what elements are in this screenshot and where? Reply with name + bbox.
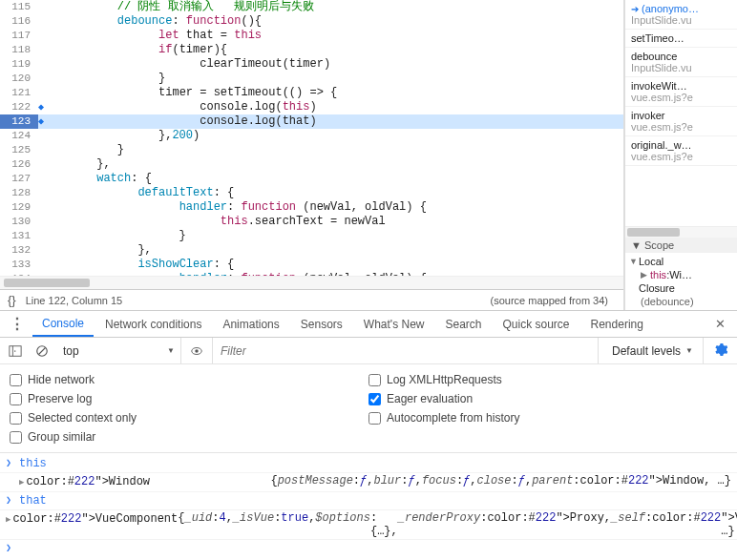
drawer-tab-quick-source[interactable]: Quick source: [494, 313, 579, 336]
checkbox-group-similar[interactable]: Group similar: [10, 427, 368, 446]
console-output[interactable]: ❯this ▶color:#222">Window {postMessage: …: [0, 453, 737, 560]
callstack-item[interactable]: invokervue.esm.js?e: [625, 107, 737, 136]
console-prompt[interactable]: ❯: [0, 540, 737, 557]
drawer-tab-search[interactable]: Search: [435, 313, 491, 336]
callstack-item[interactable]: ➔(anonymo…InputSlide.vu: [625, 0, 737, 30]
console-output-line[interactable]: ▶color:#222">VueComponent {_uid: 4, _isV…: [0, 510, 737, 540]
code-area[interactable]: 115 // 阴性 取消输入 规则明后与失败116 debounce: func…: [0, 0, 623, 276]
callstack-item[interactable]: setTimeo…: [625, 30, 737, 48]
code-line[interactable]: 132 },: [0, 243, 623, 258]
drawer-tabs: ⋮ ConsoleNetwork conditionsAnimationsSen…: [0, 311, 737, 338]
code-line[interactable]: 126 },: [0, 157, 623, 172]
drawer-tab-animations[interactable]: Animations: [213, 313, 288, 336]
checkbox-hide-network[interactable]: Hide network: [10, 370, 368, 389]
scope-closure-sub: (debounce): [629, 295, 733, 308]
console-input-line: ❯that: [0, 492, 737, 510]
code-line[interactable]: 125 }: [0, 143, 623, 157]
context-selector[interactable]: top▼: [57, 338, 181, 363]
code-line[interactable]: 129 handler: function (newVal, oldVal) {: [0, 200, 623, 215]
source-map-info: (source mapped from 34): [491, 295, 609, 306]
toggle-sidebar-button[interactable]: [4, 341, 27, 362]
console-settings-button[interactable]: [707, 342, 733, 360]
checkbox-selected-context-only[interactable]: Selected context only: [10, 408, 368, 427]
drawer-tab-rendering[interactable]: Rendering: [581, 313, 653, 336]
code-line[interactable]: 118 if(timer){: [0, 43, 623, 57]
code-line[interactable]: 130 this.searchText = newVal: [0, 215, 623, 229]
scope-closure[interactable]: ▶Closure: [629, 281, 733, 295]
checkbox-log-xmlhttprequests[interactable]: Log XMLHttpRequests: [368, 370, 727, 389]
clear-console-button[interactable]: [31, 341, 53, 362]
code-line[interactable]: 120 }: [0, 72, 623, 86]
svg-line-4: [39, 347, 46, 354]
drawer-tab-what's-new[interactable]: What's New: [354, 313, 434, 336]
checkbox-autocomplete-from-history[interactable]: Autocomplete from history: [368, 408, 727, 427]
code-line[interactable]: 123◆ console.log(that): [0, 114, 623, 129]
code-line[interactable]: 128 defaultText: {: [0, 186, 623, 200]
scope-body: ▼Local ▶this: Wi… ▶Closure (debounce): [625, 253, 737, 310]
scope-local[interactable]: ▼Local: [629, 255, 733, 268]
drawer-menu-button[interactable]: ⋮: [4, 315, 31, 333]
console-input-line: ❯this: [0, 455, 737, 473]
source-editor: 115 // 阴性 取消输入 规则明后与失败116 debounce: func…: [0, 0, 624, 310]
drawer-tab-network-conditions[interactable]: Network conditions: [95, 313, 211, 336]
code-line[interactable]: 131 }: [0, 229, 623, 243]
editor-status-bar: {} Line 122, Column 15 (source mapped fr…: [0, 289, 623, 310]
cursor-position: Line 122, Column 15: [26, 295, 123, 306]
svg-point-6: [195, 349, 199, 353]
sidebar-h-scroll[interactable]: [625, 226, 737, 238]
scope-local-this[interactable]: ▶this: Wi…: [629, 268, 733, 281]
drawer-tab-sensors[interactable]: Sensors: [291, 313, 352, 336]
console-settings-panel: Hide networkPreserve logSelected context…: [0, 364, 737, 453]
callstack-item[interactable]: original._w…vue.esm.js?e: [625, 136, 737, 166]
checkbox-eager-evaluation[interactable]: Eager evaluation: [368, 389, 727, 408]
filter-input-wrap: [212, 338, 599, 363]
code-line[interactable]: 119 clearTimeout(timer): [0, 57, 623, 72]
filter-input[interactable]: [213, 344, 598, 358]
editor-h-scroll[interactable]: [0, 276, 623, 289]
code-line[interactable]: 127 watch: {: [0, 172, 623, 186]
code-line[interactable]: 116 debounce: function(){: [0, 14, 623, 29]
code-line[interactable]: 133 isShowClear: {: [0, 258, 623, 272]
code-line[interactable]: 117 let that = this: [0, 29, 623, 43]
call-stack[interactable]: ➔(anonymo…InputSlide.vusetTimeo…debounce…: [625, 0, 737, 226]
callstack-item[interactable]: debounceInputSlide.vu: [625, 48, 737, 77]
code-line[interactable]: 121 timer = setTimeout(() => {: [0, 86, 623, 100]
drawer-close-button[interactable]: ✕: [707, 317, 733, 331]
debugger-sidebar: ➔(anonymo…InputSlide.vusetTimeo…debounce…: [624, 0, 737, 310]
pretty-print-button[interactable]: {}: [8, 293, 16, 307]
drawer-tab-console[interactable]: Console: [32, 312, 94, 337]
svg-marker-2: [14, 350, 16, 352]
console-output-line[interactable]: ▶color:#222">Window {postMessage: ƒ, blu…: [0, 473, 737, 492]
checkbox-preserve-log[interactable]: Preserve log: [10, 389, 368, 408]
console-toolbar: top▼ Default levels▼: [0, 338, 737, 364]
drawer: ⋮ ConsoleNetwork conditionsAnimationsSen…: [0, 311, 737, 560]
callstack-item[interactable]: invokeWit…vue.esm.js?e: [625, 77, 737, 107]
live-expression-button[interactable]: [185, 341, 208, 362]
code-line[interactable]: 115 // 阴性 取消输入 规则明后与失败: [0, 0, 623, 14]
code-line[interactable]: 122◆ console.log(this): [0, 100, 623, 114]
code-line[interactable]: 124 },200): [0, 129, 623, 143]
log-levels-selector[interactable]: Default levels▼: [602, 338, 704, 363]
scope-header[interactable]: ▼ Scope: [625, 238, 737, 253]
